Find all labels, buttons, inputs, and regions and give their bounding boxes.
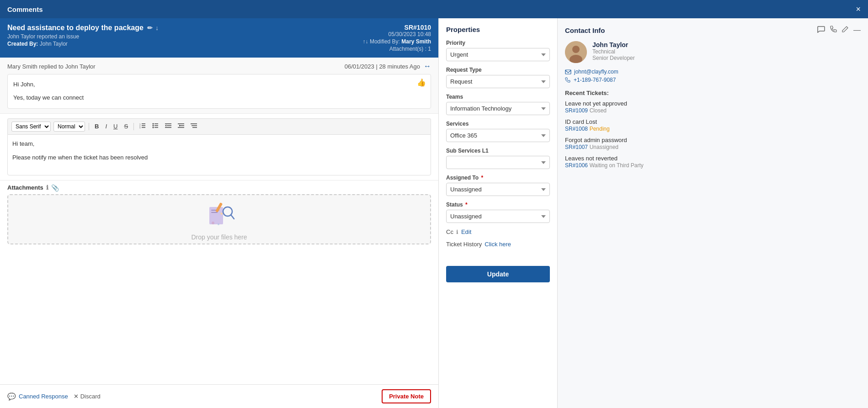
editor-toolbar: Sans Serif Normal B I U S 1.2.3.: [7, 118, 431, 134]
italic-btn[interactable]: I: [103, 122, 109, 131]
ticket-header: Need assistance to deploy the package ✏ …: [0, 18, 438, 58]
discard-button[interactable]: ✕ Discard: [74, 393, 101, 400]
file-drop-zone[interactable]: Drop your files here: [7, 194, 431, 244]
comments-area: Mary Smith replied to John Taylor 06/01/…: [0, 58, 438, 384]
canned-response-button[interactable]: 💬 Canned Response: [7, 392, 68, 401]
contact-profile: John Taylor Technical Senior Developer: [565, 41, 861, 63]
attachments-label-text: Attachments: [7, 184, 43, 191]
svg-text:3.: 3.: [139, 127, 141, 129]
status-label: Status *: [446, 201, 550, 208]
toolbar-divider-2: [133, 123, 134, 130]
drop-text: Drop your files here: [191, 233, 247, 241]
ticket-name: Leaves not reverted: [565, 155, 861, 162]
teams-select[interactable]: Information Technology: [446, 102, 550, 115]
cc-info-icon: ℹ: [456, 229, 458, 235]
editor-block: Sans Serif Normal B I U S 1.2.3.: [0, 114, 438, 180]
paperclip-icon[interactable]: 📎: [51, 184, 59, 191]
request-type-select[interactable]: Request: [446, 75, 550, 88]
avatar: [565, 41, 587, 63]
properties-title: Properties: [446, 26, 550, 33]
ticket-name: Forgot admin password: [565, 137, 861, 143]
assigned-to-select[interactable]: Unassigned: [446, 183, 550, 196]
ticket-status: Waiting on Third Party: [590, 162, 644, 169]
title-bar: Comments ×: [0, 0, 868, 18]
ticket-name: Leave not yet approved: [565, 100, 861, 107]
svg-point-9: [153, 123, 154, 125]
svg-rect-35: [565, 70, 571, 74]
update-button[interactable]: Update: [446, 266, 550, 282]
more-format-btn[interactable]: [189, 122, 199, 131]
avatar-svg: [565, 41, 587, 63]
font-style-select[interactable]: Normal: [53, 122, 85, 132]
cc-edit-link[interactable]: Edit: [461, 228, 471, 235]
svg-marker-19: [179, 125, 181, 127]
created-by-label: Created By:: [7, 41, 38, 47]
ticket-status: Closed: [590, 107, 607, 114]
status-select[interactable]: Unassigned: [446, 210, 550, 223]
contact-chat-btn[interactable]: [817, 26, 825, 35]
contact-phone: +1-189-767-9087: [574, 77, 616, 83]
reported-by: John Taylor reported an issue: [7, 33, 159, 40]
minimize-icon: —: [853, 26, 861, 34]
canned-response-label: Canned Response: [19, 393, 68, 400]
ticket-link[interactable]: SR#1007: [565, 144, 588, 150]
outdent-btn[interactable]: [163, 122, 173, 131]
recent-tickets-title: Recent Tickets:: [565, 90, 861, 96]
unordered-list-btn[interactable]: [150, 122, 160, 131]
reply-line2: Yes, today we can connect: [13, 93, 425, 103]
editor-textarea[interactable]: Hi team, Please notify me when the ticke…: [7, 134, 431, 175]
teams-label: Teams: [446, 94, 550, 100]
priority-select[interactable]: Urgent: [446, 48, 550, 61]
sub-services-select[interactable]: [446, 156, 550, 169]
status-required: *: [465, 201, 468, 208]
contact-actions: —: [817, 26, 861, 35]
svg-rect-25: [211, 212, 218, 213]
edit-icon[interactable]: ✏: [147, 24, 153, 32]
ordered-list-btn[interactable]: 1.2.3.: [138, 122, 148, 131]
contact-minimize-btn[interactable]: —: [853, 26, 861, 35]
request-type-label: Request Type: [446, 67, 550, 73]
edit-icon: [841, 26, 849, 33]
reply-block: Mary Smith replied to John Taylor 06/01/…: [0, 58, 438, 114]
discard-label: Discard: [80, 393, 101, 400]
ticket-link-status: SR#1006 Waiting on Third Party: [565, 162, 861, 169]
cc-label: Cc: [446, 228, 453, 235]
created-by-name: John Taylor: [40, 41, 68, 47]
ticket-history-link[interactable]: Click here: [485, 241, 511, 248]
svg-point-31: [218, 223, 219, 225]
close-button[interactable]: ×: [856, 5, 861, 14]
email-icon: [565, 69, 571, 74]
modified-by: ↑↓ Modified By: Mary Smith: [363, 38, 431, 45]
list-item: ID card Lost SR#1008 Pending: [565, 118, 861, 132]
private-note-button[interactable]: Private Note: [382, 389, 431, 403]
toolbar-divider-1: [89, 123, 89, 130]
underline-btn[interactable]: U: [112, 122, 119, 131]
like-icon[interactable]: 👍: [417, 78, 426, 87]
chat-icon: [817, 26, 825, 33]
svg-point-33: [572, 46, 580, 53]
ticket-history-label: Ticket History: [446, 241, 482, 248]
discard-x-icon: ✕: [74, 393, 79, 400]
strike-btn[interactable]: S: [122, 122, 130, 131]
download-icon[interactable]: ↓: [155, 24, 159, 32]
svg-marker-15: [165, 125, 166, 127]
contact-info-title: Contact Info: [565, 26, 605, 34]
ticket-link[interactable]: SR#1009: [565, 107, 588, 114]
contact-phone-btn[interactable]: [830, 26, 837, 35]
ticket-link-status: SR#1007 Unassigned: [565, 143, 861, 150]
bold-btn[interactable]: B: [93, 122, 101, 131]
ticket-link[interactable]: SR#1006: [565, 162, 588, 169]
modified-label: ↑↓ Modified By:: [363, 38, 400, 45]
indent-btn[interactable]: [176, 122, 186, 131]
ticket-date: 05/30/2023 10:48: [363, 31, 431, 37]
recent-tickets-list: Leave not yet approved SR#1009 Closed ID…: [565, 100, 861, 169]
services-select[interactable]: Office 365: [446, 129, 550, 142]
assigned-to-label: Assigned To *: [446, 175, 550, 181]
svg-point-30: [212, 222, 214, 224]
info-icon[interactable]: ℹ: [46, 184, 48, 191]
font-family-select[interactable]: Sans Serif: [11, 122, 51, 132]
ticket-link[interactable]: SR#1008: [565, 126, 588, 132]
contact-edit-btn[interactable]: [841, 26, 849, 35]
reply-arrows-icon[interactable]: ↔: [424, 62, 431, 70]
priority-label: Priority: [446, 40, 550, 46]
